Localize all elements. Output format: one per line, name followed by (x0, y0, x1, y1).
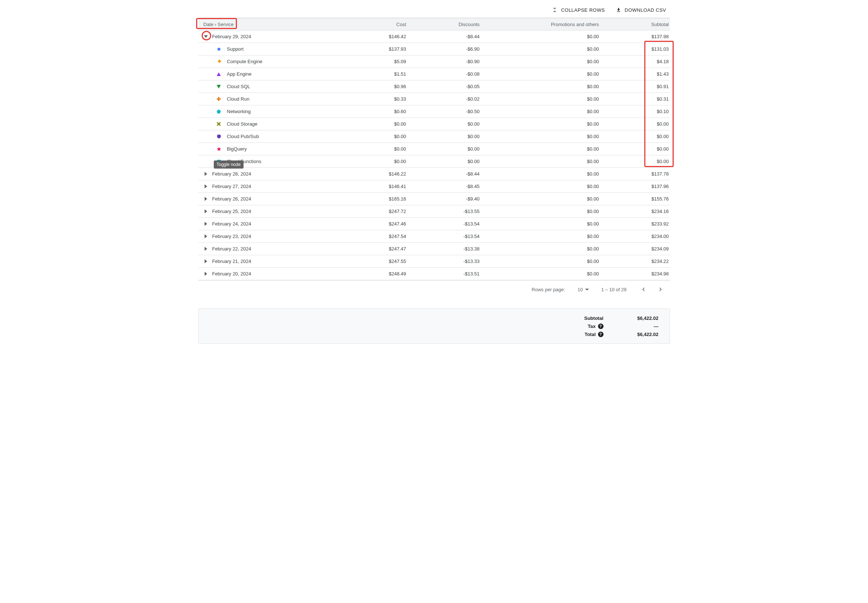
collapse-icon (551, 6, 558, 13)
expand-toggle-icon[interactable] (204, 271, 209, 277)
row-discounts: -$13.51 (412, 271, 485, 277)
service-discounts: $0.00 (412, 146, 485, 152)
service-subtotal: $0.91 (604, 84, 674, 89)
row-discounts: -$13.54 (412, 221, 485, 227)
table-row[interactable]: February 26, 2024 $165.16 -$9.40 $0.00 $… (198, 193, 670, 205)
service-cost: $0.00 (353, 121, 412, 127)
table-child-row[interactable]: Cloud Functions $0.00 $0.00 $0.00 $0.00 (198, 155, 670, 168)
table-child-row[interactable]: Compute Engine $5.09 -$0.90 $0.00 $4.18 (198, 56, 670, 68)
toggle-node-tooltip: Toggle node (214, 161, 243, 169)
service-discounts: -$0.50 (412, 109, 485, 114)
service-subtotal: $0.10 (604, 109, 674, 114)
table-row[interactable]: February 24, 2024 $247.46 -$13.54 $0.00 … (198, 218, 670, 230)
expand-toggle-icon[interactable] (204, 209, 209, 214)
row-cost: $248.49 (353, 271, 412, 277)
service-discounts: -$0.08 (412, 71, 485, 77)
column-subtotal[interactable]: Subtotal (604, 22, 674, 27)
table-child-row[interactable]: Cloud Pub/Sub $0.00 $0.00 $0.00 $0.00 (198, 130, 670, 143)
service-subtotal: $0.31 (604, 96, 674, 102)
service-discounts: -$0.05 (412, 84, 485, 89)
service-marker-icon (217, 72, 221, 76)
row-subtotal: $234.09 (604, 246, 674, 252)
row-date: February 25, 2024 (212, 209, 251, 214)
row-subtotal: $234.98 (604, 271, 674, 277)
service-cost: $5.09 (353, 59, 412, 64)
column-cost[interactable]: Cost (353, 22, 412, 27)
table-child-row[interactable]: BigQuery $0.00 $0.00 $0.00 $0.00 (198, 143, 670, 155)
table-row[interactable]: February 27, 2024 $146.41 -$8.45 $0.00 $… (198, 180, 670, 193)
service-promo: $0.00 (485, 159, 604, 164)
service-cost: $0.00 (353, 159, 412, 164)
table-row[interactable]: February 23, 2024 $247.54 -$13.54 $0.00 … (198, 230, 670, 243)
table-child-row[interactable]: Cloud Storage $0.00 $0.00 $0.00 $0.00 (198, 118, 670, 130)
help-icon[interactable]: ? (598, 332, 603, 337)
table-child-row[interactable]: Networking $0.60 -$0.50 $0.00 $0.10 (198, 105, 670, 118)
expand-toggle-icon[interactable] (204, 234, 209, 239)
row-promo: $0.00 (485, 184, 604, 189)
row-cost: $247.72 (353, 209, 412, 214)
service-marker-icon (217, 85, 221, 89)
service-cost: $137.93 (353, 46, 412, 52)
help-icon[interactable]: ? (598, 323, 603, 329)
prev-page-button[interactable] (639, 285, 648, 294)
summary-total-value: $6,422.02 (622, 332, 659, 337)
table-row[interactable]: February 22, 2024 $247.47 -$13.38 $0.00 … (198, 243, 670, 255)
expand-toggle-icon[interactable] (204, 246, 209, 252)
row-date: February 28, 2024 (212, 171, 251, 177)
service-name: Networking (227, 109, 251, 114)
chevron-right-icon (657, 286, 664, 293)
service-name: Cloud Pub/Sub (227, 134, 259, 139)
column-discounts[interactable]: Discounts (412, 22, 485, 27)
expand-toggle-icon[interactable] (204, 34, 209, 39)
table-row[interactable]: February 25, 2024 $247.72 -$13.55 $0.00 … (198, 205, 670, 218)
column-date-service[interactable]: Date › Service (198, 22, 353, 27)
expand-toggle-icon[interactable] (204, 196, 209, 202)
row-subtotal: $233.92 (604, 221, 674, 227)
table-child-row[interactable]: Cloud SQL $0.96 -$0.05 $0.00 $0.91 (198, 80, 670, 93)
row-subtotal: $234.16 (604, 209, 674, 214)
row-discounts: -$8.45 (412, 184, 485, 189)
row-date: February 26, 2024 (212, 196, 251, 202)
service-cost: $0.00 (353, 146, 412, 152)
table-row[interactable]: February 21, 2024 $247.55 -$13.33 $0.00 … (198, 255, 670, 268)
expand-toggle-icon[interactable] (204, 172, 209, 177)
column-promotions[interactable]: Promotions and others (485, 22, 604, 27)
row-discounts: -$8.44 (412, 34, 485, 39)
summary-tax-value: — (622, 323, 659, 329)
next-page-button[interactable] (656, 285, 665, 294)
row-promo: $0.00 (485, 171, 604, 177)
table-row[interactable]: February 28, 2024 $146.22 -$8.44 $0.00 $… (198, 168, 670, 180)
row-cost: $247.46 (353, 221, 412, 227)
table-child-row[interactable]: App Engine $1.51 -$0.08 $0.00 $1.43 (198, 68, 670, 80)
row-discounts: -$13.55 (412, 209, 485, 214)
summary-total-label: Total (585, 332, 596, 337)
table-child-row[interactable]: Support $137.93 -$6.90 $0.00 $131.03 (198, 43, 670, 56)
download-csv-label: DOWNLOAD CSV (625, 7, 666, 13)
row-promo: $0.00 (485, 246, 604, 252)
expand-toggle-icon[interactable] (204, 221, 209, 227)
row-discounts: -$8.44 (412, 171, 485, 177)
row-date: February 29, 2024 (212, 34, 251, 39)
service-name: Cloud Run (227, 96, 249, 102)
row-promo: $0.00 (485, 34, 604, 39)
row-subtotal: $137.78 (604, 171, 674, 177)
expand-toggle-icon[interactable] (204, 184, 209, 189)
service-subtotal: $131.03 (604, 46, 674, 52)
row-cost: $247.54 (353, 233, 412, 239)
pagination-range: 1 – 10 of 29 (601, 287, 627, 292)
download-csv-button[interactable]: DOWNLOAD CSV (615, 6, 666, 13)
svg-point-0 (217, 48, 220, 51)
table-child-row[interactable]: Cloud Run $0.33 -$0.02 $0.00 $0.31 (198, 93, 670, 105)
rows-per-page-select[interactable]: 10 (577, 287, 588, 292)
table-row[interactable]: February 20, 2024 $248.49 -$13.51 $0.00 … (198, 268, 670, 280)
service-discounts: -$6.90 (412, 46, 485, 52)
summary-subtotal-value: $6,422.02 (622, 315, 659, 321)
table-row[interactable]: February 29, 2024 $146.42 -$8.44 $0.00 $… (198, 31, 670, 43)
expand-toggle-icon[interactable] (204, 259, 209, 264)
summary-panel: Subtotal $6,422.02 Tax ? — Total ? $6,42… (198, 308, 670, 344)
collapse-rows-button[interactable]: COLLAPSE ROWS (551, 6, 605, 13)
row-discounts: -$13.33 (412, 258, 485, 264)
service-promo: $0.00 (485, 71, 604, 77)
service-marker-icon (217, 135, 221, 139)
row-date: February 27, 2024 (212, 184, 251, 189)
